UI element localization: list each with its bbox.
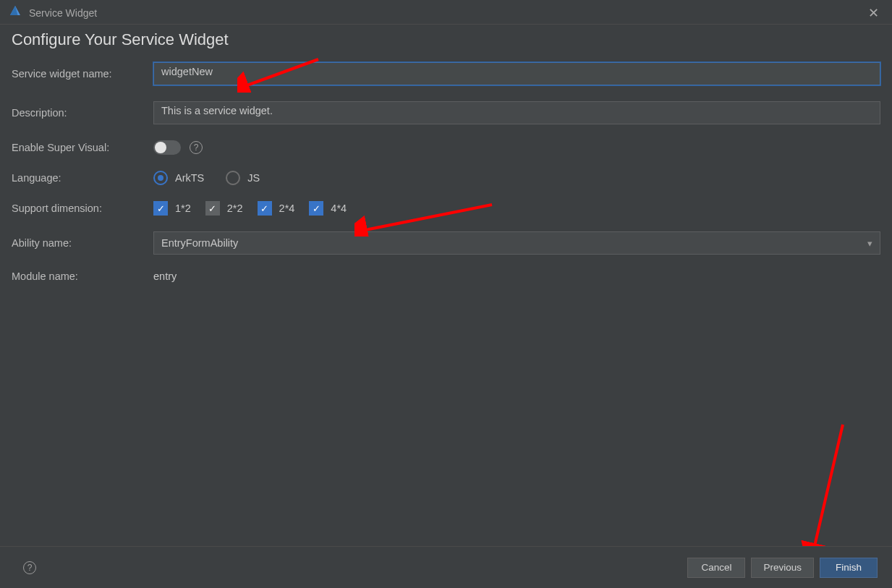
checkbox-label: 2*4 (279, 203, 295, 214)
dimension-check-group: ✓ 1*2 ✓ 2*2 ✓ 2*4 ✓ 4*4 (153, 201, 347, 216)
annotation-arrow-icon (799, 419, 850, 546)
check-1x2[interactable]: ✓ 1*2 (153, 201, 191, 216)
checkbox-label: 2*2 (227, 203, 243, 214)
checkbox-label: 1*2 (175, 203, 191, 214)
super-visual-toggle[interactable] (153, 140, 181, 155)
check-2x2: ✓ 2*2 (205, 201, 243, 216)
form: Service widget name: widgetNew Descripti… (12, 62, 880, 282)
help-icon[interactable]: ? (190, 141, 203, 154)
toggle-knob (155, 142, 166, 153)
checkbox-icon: ✓ (205, 201, 220, 216)
page-title: Configure Your Service Widget (12, 30, 880, 49)
checkbox-icon: ✓ (309, 201, 323, 216)
titlebar-title: Service Widget (29, 7, 97, 19)
footer: ? Cancel Previous Finish (0, 546, 892, 588)
help-icon[interactable]: ? (23, 561, 36, 574)
app-logo-icon (9, 5, 22, 21)
ability-value: EntryFormAbility (161, 237, 238, 249)
ability-label: Ability name: (12, 237, 153, 249)
radio-label: JS (247, 172, 260, 184)
radio-circle-icon (153, 171, 168, 185)
checkbox-icon: ✓ (258, 201, 272, 216)
description-input[interactable]: This is a service widget. (153, 101, 880, 124)
radio-arkts[interactable]: ArkTS (153, 171, 204, 185)
ability-dropdown[interactable]: EntryFormAbility ▾ (153, 231, 880, 255)
name-input[interactable]: widgetNew (153, 62, 880, 85)
finish-button[interactable]: Finish (820, 558, 878, 578)
checkbox-label: 4*4 (331, 203, 347, 214)
description-label: Description: (12, 107, 153, 119)
svg-line-2 (814, 425, 843, 546)
dimension-label: Support dimension: (12, 203, 153, 214)
language-label: Language: (12, 172, 153, 184)
radio-circle-icon (226, 171, 240, 185)
close-icon[interactable]: ✕ (865, 4, 882, 22)
super-visual-label: Enable Super Visual: (12, 142, 153, 153)
previous-button[interactable]: Previous (751, 558, 814, 578)
module-label: Module name: (12, 270, 153, 282)
content: Configure Your Service Widget Service wi… (0, 25, 892, 546)
check-2x4[interactable]: ✓ 2*4 (258, 201, 295, 216)
checkbox-icon: ✓ (153, 201, 168, 216)
radio-js[interactable]: JS (226, 171, 260, 185)
check-4x4[interactable]: ✓ 4*4 (309, 201, 347, 216)
name-label: Service widget name: (12, 68, 153, 80)
language-radio-group: ArkTS JS (153, 171, 260, 185)
module-value: entry (153, 270, 177, 282)
titlebar: Service Widget ✕ (0, 0, 892, 25)
radio-label: ArkTS (175, 172, 204, 184)
chevron-down-icon: ▾ (867, 238, 872, 249)
cancel-button[interactable]: Cancel (687, 558, 745, 578)
